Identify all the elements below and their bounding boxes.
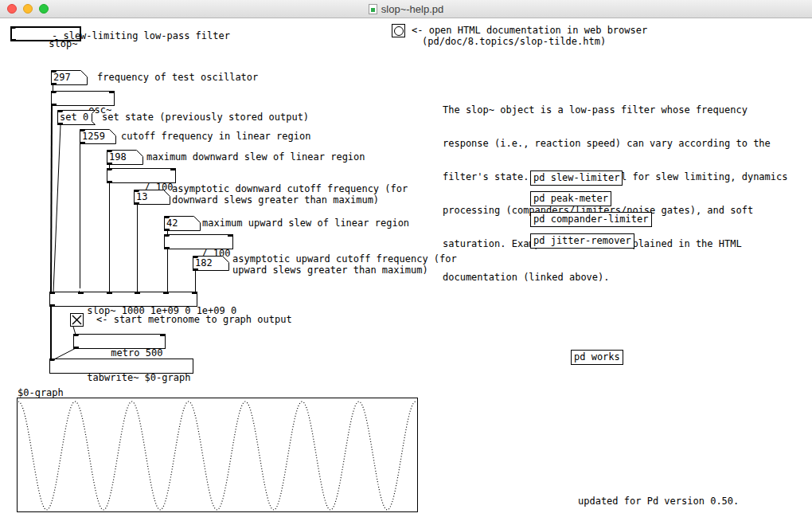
frequency-comment: frequency of test oscillator: [97, 72, 258, 83]
outlet-nub: [193, 268, 198, 271]
inlet-nub: [80, 129, 85, 131]
inlet-nub: [109, 91, 115, 93]
footer-comment: updated for Pd version 0.50.: [578, 496, 739, 507]
inlet-nub: [164, 216, 170, 218]
wire: [80, 144, 80, 292]
subpatch-works[interactable]: pd works: [571, 350, 623, 365]
object-box-divide-down: / 100: [107, 168, 176, 183]
cutoff-comment: cutoff frequency in linear region: [121, 131, 310, 142]
graph-label: $0-graph: [18, 387, 64, 398]
outlet-nub: [107, 181, 112, 183]
outlet-nub-signal: [49, 304, 55, 307]
object-box-osc: osc~: [51, 91, 115, 106]
inlet-nub: [107, 150, 112, 152]
outlet-nub: [80, 142, 85, 144]
outlet-nub-signal: [51, 104, 57, 106]
minimize-button[interactable]: [23, 4, 33, 14]
down-asym-comment-line2: downward slews greater than maximum): [172, 194, 379, 206]
inlet-nub: [134, 190, 139, 192]
toggle-x-icon: [71, 314, 83, 326]
zoom-button[interactable]: [39, 4, 49, 14]
outlet-nub: [107, 163, 112, 165]
message-box-set-state[interactable]: set 0: [57, 110, 96, 125]
inlet-nub: [78, 292, 84, 294]
inlet-nub: [228, 234, 233, 237]
number-box-down-asym[interactable]: 13: [134, 190, 170, 205]
patch-canvas: slop~ - slew-limiting low-pass filter <-…: [0, 18, 812, 529]
object-box-slop-main: slop~ 1000 1e+09 0 1e+09 0: [49, 292, 197, 307]
inlet-nub: [163, 292, 169, 294]
up-asym-comment-line1: asymptotic upward cutoff frequency (for: [232, 253, 457, 264]
inlet-nub: [51, 70, 57, 72]
metronome-toggle[interactable]: [70, 313, 84, 327]
object-box-metro: metro 500: [73, 334, 166, 349]
object-box-divide-up: / 100: [164, 234, 233, 249]
toggle-comment: <- start metronome to graph output: [96, 314, 292, 325]
object-box-tabwrite: tabwrite~ $0-graph: [49, 359, 193, 374]
outlet-nub: [73, 347, 79, 349]
inlet-nub: [10, 26, 16, 29]
outlet-nub: [134, 202, 139, 205]
number-box-frequency[interactable]: 297: [51, 70, 88, 85]
up-asym-comment-line2: upward slews greater than maximum): [232, 264, 428, 276]
up-slew-comment: maximum upward slew of linear region: [202, 217, 409, 229]
bang-circle-icon: [394, 26, 404, 36]
inlet-nub: [164, 234, 170, 237]
outlet-nub: [51, 83, 57, 85]
open-docs-bang-button[interactable]: [392, 24, 405, 37]
inlet-nub: [192, 292, 197, 294]
down-slew-comment: maximum downward slew of linear region: [146, 151, 365, 163]
subpatch-slew-limiter[interactable]: pd slew-limiter: [530, 170, 623, 186]
document-icon: [369, 4, 377, 14]
inlet-nub-signal: [49, 359, 55, 361]
inlet-nub: [57, 110, 63, 112]
subpatch-compander-limiter[interactable]: pd compander-limiter: [530, 212, 652, 227]
waveform-graph: [17, 398, 418, 512]
inlet-nub: [107, 168, 112, 170]
close-button[interactable]: [7, 4, 17, 14]
inlet-nub: [107, 292, 112, 294]
sine-wave-trace: [18, 399, 416, 511]
inlet-nub: [170, 168, 176, 170]
number-box-up-asym[interactable]: 182: [193, 256, 229, 271]
inlet-nub: [51, 91, 57, 93]
down-asym-comment-line1: asymptotic downward cutoff frequency (fo…: [172, 183, 408, 194]
subpatch-peak-meter[interactable]: pd peak-meter: [530, 191, 611, 206]
number-box-up-slew[interactable]: 42: [164, 216, 201, 231]
subpatch-jitter-remover[interactable]: pd jitter-remover: [530, 233, 634, 249]
inlet-nub-signal: [49, 292, 55, 294]
doc-link-comment-line1: <- open HTML documentation in web browse…: [412, 25, 647, 36]
inlet-nub: [135, 292, 140, 294]
set-state-comment: set state (previously stored output): [102, 112, 309, 123]
inlet-nub: [193, 256, 198, 258]
header-comment: - slew-limiting low-pass filter: [52, 30, 230, 41]
inlet-nub: [160, 334, 166, 336]
number-box-cutoff[interactable]: 1259: [80, 129, 116, 144]
outlet-nub: [164, 229, 170, 231]
window-title: slop~-help.pd: [381, 3, 443, 15]
number-box-down-slew[interactable]: 198: [107, 150, 143, 165]
wire-signal: [51, 106, 52, 292]
doc-link-comment-line2: (pd/doc/8.topics/slop-tilde.htm): [422, 36, 606, 47]
outlet-nub: [57, 123, 63, 125]
pd-window: slop~-help.pd slop~ - slew-limiting low-…: [0, 0, 812, 529]
description-comment: The slop~ object is a low-pass filter wh…: [443, 82, 787, 305]
outlet-nub: [10, 39, 16, 41]
outlet-nub: [164, 247, 170, 249]
title-bar: slop~-help.pd: [0, 0, 812, 18]
inlet-nub: [73, 334, 79, 336]
